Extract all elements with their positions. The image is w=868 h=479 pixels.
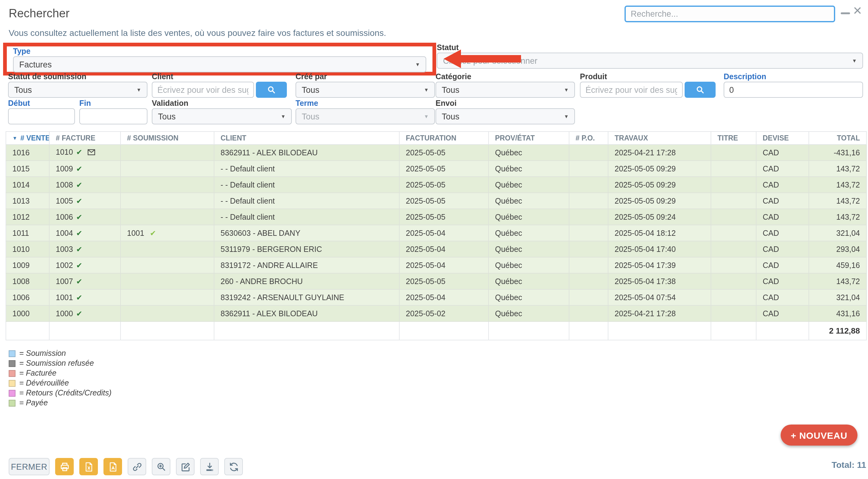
cell-titre bbox=[711, 305, 756, 321]
envelope-icon bbox=[87, 148, 95, 157]
table-row[interactable]: 10061001✔8319242 - ARSENAULT GUYLAINE202… bbox=[6, 289, 866, 305]
link-button[interactable] bbox=[128, 458, 146, 475]
cell-soumission bbox=[121, 209, 214, 225]
cell-vente: 1016 bbox=[6, 144, 49, 161]
cell-soumission bbox=[121, 144, 214, 161]
sales-table: ▼# VENTE # FACTURE # SOUMISSION CLIENT F… bbox=[6, 131, 867, 340]
export-excel-button[interactable] bbox=[79, 458, 98, 475]
check-icon: ✔ bbox=[76, 261, 83, 270]
legend-label: = Dévérouillée bbox=[19, 379, 69, 387]
client-search-button[interactable] bbox=[256, 82, 287, 98]
download-button[interactable] bbox=[200, 458, 219, 475]
column-header-devise[interactable]: DEVISE bbox=[756, 132, 809, 144]
chevron-down-icon: ▼ bbox=[281, 113, 286, 119]
cell-facturation: 2025-05-04 bbox=[399, 257, 489, 273]
print-button[interactable] bbox=[55, 458, 74, 475]
cell-client: 5311979 - BERGERON ERIC bbox=[214, 241, 399, 257]
cell-travaux: 2025-05-05 09:29 bbox=[608, 193, 711, 209]
cell-devise: CAD bbox=[756, 241, 809, 257]
cell-vente: 1010 bbox=[6, 241, 49, 257]
description-input[interactable] bbox=[724, 82, 863, 98]
cell-devise: CAD bbox=[756, 209, 809, 225]
cell-total: 143,72 bbox=[809, 177, 866, 193]
bottom-toolbar: FERMER bbox=[9, 458, 243, 475]
cell-devise: CAD bbox=[756, 257, 809, 273]
client-input[interactable] bbox=[152, 82, 254, 98]
terme-select[interactable]: Tous ▼ bbox=[296, 108, 435, 125]
column-header-facture[interactable]: # FACTURE bbox=[49, 132, 121, 144]
produit-search-button[interactable] bbox=[685, 82, 716, 98]
chevron-down-icon: ▼ bbox=[424, 87, 429, 93]
edit-button[interactable] bbox=[176, 458, 194, 475]
cell-client: - - Default client bbox=[214, 177, 399, 193]
table-row[interactable]: 10111004✔1001✔5630603 - ABEL DANY2025-05… bbox=[6, 225, 866, 241]
description-label: Description bbox=[724, 72, 863, 81]
table-row[interactable]: 10001000✔8362911 - ALEX BILODEAU2025-05-… bbox=[6, 305, 866, 321]
export-pdf-button[interactable] bbox=[103, 458, 122, 475]
column-header-vente[interactable]: ▼# VENTE bbox=[6, 132, 49, 144]
nouveau-button[interactable]: + NOUVEAU bbox=[781, 424, 858, 446]
cell-total: 293,04 bbox=[809, 241, 866, 257]
status-legend: = Soumission= Soumission refusée= Factur… bbox=[9, 348, 112, 408]
cell-travaux: 2025-05-05 09:24 bbox=[608, 209, 711, 225]
statut-soumission-select[interactable]: Tous ▼ bbox=[8, 82, 148, 98]
column-header-total[interactable]: TOTAL bbox=[809, 132, 866, 144]
column-header-travaux[interactable]: TRAVAUX bbox=[608, 132, 711, 144]
categorie-select[interactable]: Tous ▼ bbox=[436, 82, 575, 98]
column-header-prov-etat[interactable]: PROV/ÉTAT bbox=[489, 132, 569, 144]
cell-devise: CAD bbox=[756, 144, 809, 161]
search-input[interactable] bbox=[624, 6, 835, 22]
table-row[interactable]: 10091002✔8319172 - ANDRE ALLAIRE2025-05-… bbox=[6, 257, 866, 273]
table-header-row: ▼# VENTE # FACTURE # SOUMISSION CLIENT F… bbox=[6, 132, 866, 144]
close-icon[interactable]: × bbox=[853, 3, 862, 18]
cell-client: 8362911 - ALEX BILODEAU bbox=[214, 144, 399, 161]
table-row[interactable]: 10141008✔- - Default client2025-05-05Qué… bbox=[6, 177, 866, 193]
type-select[interactable]: Factures ▼ bbox=[13, 56, 426, 72]
client-label: Client bbox=[152, 72, 288, 81]
produit-input[interactable] bbox=[580, 82, 683, 98]
debut-input[interactable] bbox=[8, 108, 75, 125]
table-row[interactable]: 10121006✔- - Default client2025-05-05Qué… bbox=[6, 209, 866, 225]
cell-titre bbox=[711, 161, 756, 177]
cell-travaux: 2025-05-04 17:40 bbox=[608, 241, 711, 257]
column-header-titre[interactable]: TITRE bbox=[711, 132, 756, 144]
check-icon: ✔ bbox=[76, 148, 83, 157]
cree-par-select[interactable]: Tous ▼ bbox=[296, 82, 435, 98]
validation-select[interactable]: Tous ▼ bbox=[152, 108, 292, 125]
cell-travaux: 2025-05-05 09:29 bbox=[608, 177, 711, 193]
cell-devise: CAD bbox=[756, 273, 809, 289]
cell-vente: 1008 bbox=[6, 273, 49, 289]
statut-soumission-label: Statut de soumission bbox=[8, 72, 148, 81]
type-highlight-box: Type Factures ▼ bbox=[3, 43, 436, 75]
column-header-soumission[interactable]: # SOUMISSION bbox=[121, 132, 214, 144]
cell-titre bbox=[711, 177, 756, 193]
table-row[interactable]: 10161010✔8362911 - ALEX BILODEAU2025-05-… bbox=[6, 144, 866, 161]
table-row[interactable]: 10151009✔- - Default client2025-05-05Qué… bbox=[6, 161, 866, 177]
download-icon bbox=[204, 461, 215, 472]
table-row[interactable]: 10101003✔5311979 - BERGERON ERIC2025-05-… bbox=[6, 241, 866, 257]
cell-facture: 1005✔ bbox=[49, 193, 121, 209]
check-icon: ✔ bbox=[150, 229, 156, 237]
column-header-client[interactable]: CLIENT bbox=[214, 132, 399, 144]
cell-total: 143,72 bbox=[809, 193, 866, 209]
cell-facture: 1006✔ bbox=[49, 209, 121, 225]
cell-vente: 1000 bbox=[6, 305, 49, 321]
fermer-button[interactable]: FERMER bbox=[9, 458, 50, 475]
column-header-po[interactable]: # P.O. bbox=[569, 132, 608, 144]
table-row[interactable]: 10131005✔- - Default client2025-05-05Qué… bbox=[6, 193, 866, 209]
cell-titre bbox=[711, 257, 756, 273]
table-row[interactable]: 10081007✔260 - ANDRE BROCHU2025-05-05Qué… bbox=[6, 273, 866, 289]
cell-po bbox=[569, 209, 608, 225]
minimize-icon[interactable] bbox=[841, 12, 850, 14]
fin-input[interactable] bbox=[79, 108, 148, 125]
envoi-select[interactable]: Tous ▼ bbox=[436, 108, 575, 125]
refresh-button[interactable] bbox=[224, 458, 243, 475]
table-grand-total: 2 112,88 bbox=[809, 321, 866, 340]
cell-client: - - Default client bbox=[214, 193, 399, 209]
file-pdf-icon bbox=[107, 461, 118, 472]
column-header-facturation[interactable]: FACTURATION bbox=[399, 132, 489, 144]
zoom-button[interactable] bbox=[152, 458, 170, 475]
page-subtitle: Vous consultez actuellement la liste des… bbox=[9, 28, 386, 38]
cell-total: 321,04 bbox=[809, 289, 866, 305]
chevron-down-icon: ▼ bbox=[564, 113, 569, 119]
